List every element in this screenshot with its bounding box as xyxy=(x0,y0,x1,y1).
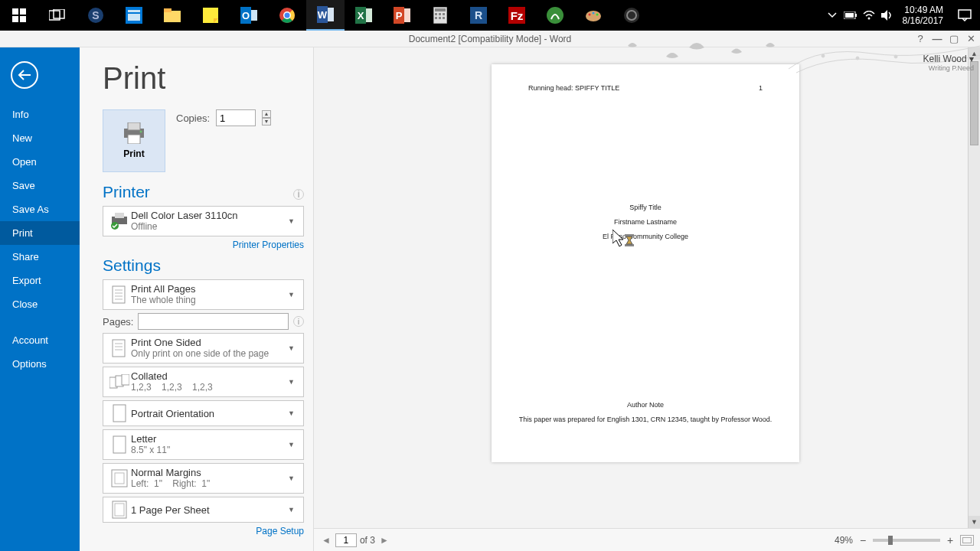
doc-title: Spiffy Title xyxy=(492,201,799,215)
svg-rect-17 xyxy=(251,10,257,21)
backstage-sidebar: Info New Open Save Save As Print Share E… xyxy=(0,47,80,551)
sidebar-item-save-as[interactable]: Save As xyxy=(0,197,80,221)
svg-rect-39 xyxy=(443,17,445,19)
skype-icon[interactable]: S xyxy=(77,0,115,31)
pages-label: Pages: xyxy=(103,316,133,328)
doc-author: Firstname Lastname xyxy=(492,215,799,230)
back-button[interactable] xyxy=(11,61,38,89)
svg-rect-34 xyxy=(435,13,437,15)
svg-rect-81 xyxy=(113,436,126,453)
copies-input[interactable] xyxy=(216,109,256,126)
sidebar-item-options[interactable]: Options xyxy=(0,352,80,376)
calculator-icon[interactable] xyxy=(421,0,459,31)
scroll-down-icon[interactable]: ▼ xyxy=(969,516,980,528)
chrome-icon[interactable] xyxy=(268,0,306,31)
copies-spinner[interactable]: ▲▼ xyxy=(262,110,271,126)
svg-point-54 xyxy=(867,18,870,20)
signed-in-user[interactable]: Kelli Wood ▾ Writing P.Need xyxy=(923,54,974,72)
sidebar-item-info[interactable]: Info xyxy=(0,103,80,126)
author-note-heading: Author Note xyxy=(492,398,799,412)
printer-properties-link[interactable]: Printer Properties xyxy=(103,240,304,250)
close-icon[interactable]: ✕ xyxy=(965,33,977,44)
preview-page: Running head: SPIFFY TITLE 1 Spiffy Titl… xyxy=(492,64,799,462)
sidebar-item-print[interactable]: Print xyxy=(0,221,80,245)
sidebar-item-new[interactable]: New xyxy=(0,126,80,150)
print-range-dropdown[interactable]: Print All PagesThe whole thing ▼ xyxy=(103,279,304,310)
sticky-notes-icon[interactable] xyxy=(191,0,230,31)
pages-per-sheet-dropdown[interactable]: 1 Page Per Sheet ▼ xyxy=(103,497,304,523)
task-view-icon[interactable] xyxy=(38,0,77,31)
paint-icon[interactable] xyxy=(574,0,612,31)
svg-rect-12 xyxy=(164,8,172,12)
svg-rect-33 xyxy=(435,8,446,11)
minimize-icon[interactable]: — xyxy=(931,33,943,44)
start-button[interactable] xyxy=(0,0,38,31)
settings-heading: Settings xyxy=(103,256,161,275)
svg-rect-11 xyxy=(164,11,181,22)
clock[interactable]: 10:49 AM 8/16/2017 xyxy=(903,5,943,26)
backstage-view: Kelli Wood ▾ Writing P.Need Info New Ope… xyxy=(0,47,980,551)
sidebar-item-close[interactable]: Close xyxy=(0,292,80,316)
scroll-thumb[interactable] xyxy=(970,61,978,145)
sidebar-item-export[interactable]: Export xyxy=(0,269,80,292)
printer-info-icon[interactable]: i xyxy=(293,189,304,200)
sidebar-item-open[interactable]: Open xyxy=(0,150,80,174)
next-page-button[interactable]: ► xyxy=(378,535,390,546)
action-center-icon[interactable] xyxy=(954,5,975,26)
sides-dropdown[interactable]: Print One SidedOnly print on one side of… xyxy=(103,333,304,364)
sidebar-item-save[interactable]: Save xyxy=(0,174,80,197)
file-explorer-icon[interactable] xyxy=(153,0,191,31)
prev-page-button[interactable]: ◄ xyxy=(320,535,332,546)
margins-dropdown[interactable]: Normal MarginsLeft: 1" Right: 1" ▼ xyxy=(103,463,304,494)
svg-text:P: P xyxy=(396,10,403,21)
orientation-dropdown[interactable]: Portrait Orientation ▼ xyxy=(103,400,304,426)
printer-dropdown[interactable]: Dell Color Laser 3110cn Offline ▼ xyxy=(103,206,304,236)
svg-text:W: W xyxy=(318,9,328,21)
powerpoint-icon[interactable]: P xyxy=(383,0,421,31)
zoom-out-button[interactable]: − xyxy=(858,534,868,546)
svg-rect-73 xyxy=(113,340,125,357)
svg-rect-31 xyxy=(404,8,410,22)
zoom-to-page-button[interactable] xyxy=(960,535,974,546)
svg-rect-3 xyxy=(20,16,26,22)
zoom-slider[interactable] xyxy=(873,539,940,542)
clock-time: 10:49 AM xyxy=(903,5,943,15)
tray-chevron-icon[interactable] xyxy=(823,12,841,18)
svg-rect-63 xyxy=(128,135,140,144)
svg-rect-53 xyxy=(845,13,854,18)
outlook-icon[interactable]: O xyxy=(230,0,268,31)
page-setup-link[interactable]: Page Setup xyxy=(103,526,304,536)
paper-size-dropdown[interactable]: Letter8.5" x 11" ▼ xyxy=(103,429,304,460)
green-app-icon[interactable] xyxy=(536,0,574,31)
edge-icon[interactable] xyxy=(115,0,153,31)
svg-rect-62 xyxy=(128,122,140,130)
pages-input[interactable] xyxy=(138,313,289,330)
battery-icon[interactable] xyxy=(841,11,860,19)
restore-icon[interactable]: ▢ xyxy=(948,33,960,44)
svg-rect-82 xyxy=(112,470,127,487)
svg-point-64 xyxy=(140,131,142,133)
filezilla-icon[interactable]: Fz xyxy=(498,0,536,31)
sidebar-item-share[interactable]: Share xyxy=(0,245,80,269)
printer-status-icon xyxy=(108,213,131,230)
wifi-icon[interactable] xyxy=(860,11,878,20)
help-icon[interactable]: ? xyxy=(914,33,926,44)
svg-rect-37 xyxy=(435,17,437,19)
svg-text:O: O xyxy=(242,10,250,21)
obs-icon[interactable] xyxy=(612,0,651,31)
revit-icon[interactable]: R xyxy=(459,0,498,31)
svg-rect-66 xyxy=(115,213,124,218)
pages-info-icon[interactable]: i xyxy=(293,316,304,327)
collate-dropdown[interactable]: Collated1,2,3 1,2,3 1,2,3 ▼ xyxy=(103,367,304,397)
running-head: Running head: SPIFFY TITLE xyxy=(528,84,619,92)
svg-rect-1 xyxy=(20,8,26,15)
current-page-input[interactable] xyxy=(335,533,357,547)
excel-icon[interactable]: X xyxy=(345,0,383,31)
preview-scrollbar[interactable]: ▲ ▼ xyxy=(968,47,980,528)
print-button[interactable]: Print xyxy=(103,109,165,172)
sidebar-item-account[interactable]: Account xyxy=(0,328,80,352)
volume-icon[interactable] xyxy=(878,10,897,21)
word-icon[interactable]: W xyxy=(306,0,345,31)
svg-rect-35 xyxy=(439,13,441,15)
zoom-in-button[interactable]: + xyxy=(945,534,956,546)
